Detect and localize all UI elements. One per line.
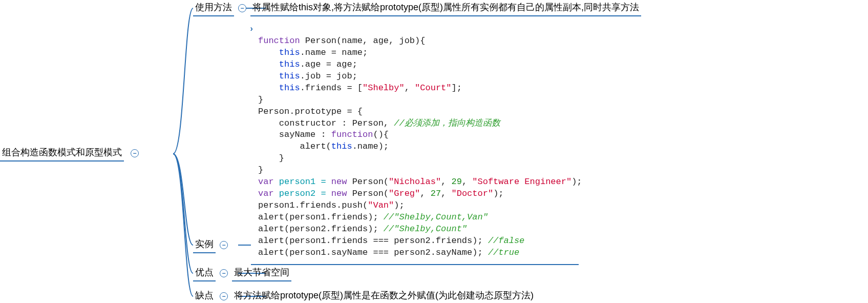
example-label: 实例 — [193, 237, 216, 253]
collapse-icon[interactable]: − — [238, 4, 246, 12]
usage-label: 使用方法 — [193, 0, 234, 16]
usage-desc: 将属性赋给this对象,将方法赋给prototype(原型)属性所有实例都有自己… — [250, 0, 641, 16]
collapse-icon[interactable]: − — [220, 241, 228, 249]
collapse-icon[interactable]: − — [131, 149, 139, 157]
branch-disadvantage[interactable]: 缺点 − 将方法赋给prototype(原型)属性是在函数之外赋值(为此创建动态… — [193, 288, 536, 303]
root-label: 组合构造函数模式和原型模式 — [0, 145, 124, 161]
example-code-block: ›function Person(name, age, job){ this.n… — [251, 19, 579, 265]
disadvantage-desc: 将方法赋给prototype(原型)属性是在函数之外赋值(为此创建动态原型方法) — [232, 288, 536, 303]
root-node[interactable]: 组合构造函数模式和原型模式 − — [0, 145, 143, 161]
advantage-label: 优点 — [193, 265, 216, 281]
branch-usage[interactable]: 使用方法 − 将属性赋给this对象,将方法赋给prototype(原型)属性所… — [193, 0, 641, 16]
code-prompt-icon: › — [249, 24, 254, 35]
branch-advantage[interactable]: 优点 − 最大节省空间 — [193, 265, 291, 281]
branch-example[interactable]: 实例 − — [193, 237, 232, 253]
disadvantage-label: 缺点 — [193, 288, 216, 303]
collapse-icon[interactable]: − — [220, 269, 228, 277]
collapse-icon[interactable]: − — [220, 292, 228, 300]
advantage-desc: 最大节省空间 — [232, 265, 291, 281]
